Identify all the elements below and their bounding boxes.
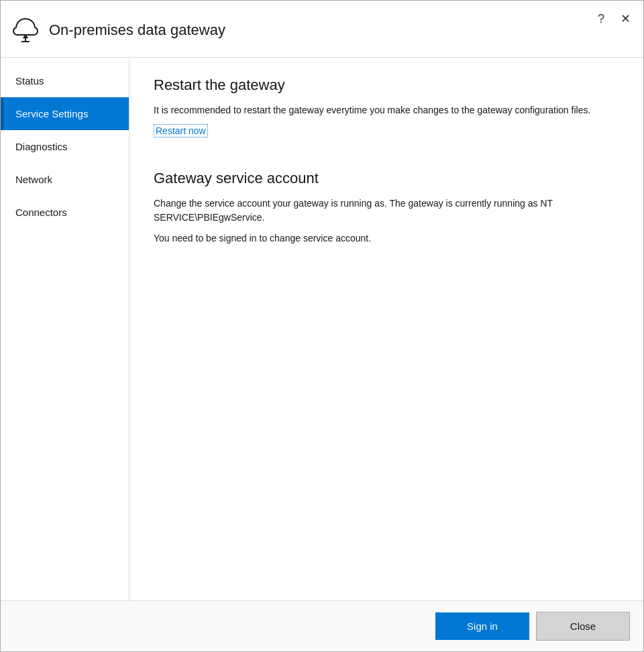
restart-section: Restart the gateway It is recommended to… bbox=[154, 76, 619, 156]
gateway-icon bbox=[11, 16, 40, 44]
sidebar-item-network[interactable]: Network bbox=[1, 163, 129, 196]
restart-title: Restart the gateway bbox=[154, 76, 619, 94]
main-content: Status Service Settings Diagnostics Netw… bbox=[1, 58, 643, 600]
restart-description: It is recommended to restart the gateway… bbox=[154, 103, 619, 117]
close-window-button[interactable]: ✕ bbox=[616, 10, 634, 28]
title-bar: On-premises data gateway ? ✕ bbox=[1, 1, 643, 58]
account-section: Gateway service account Change the servi… bbox=[154, 170, 619, 246]
restart-now-link[interactable]: Restart now bbox=[154, 124, 208, 138]
sidebar: Status Service Settings Diagnostics Netw… bbox=[1, 58, 129, 600]
help-button[interactable]: ? bbox=[592, 10, 610, 28]
app-window: On-premises data gateway ? ✕ Status Serv… bbox=[0, 0, 644, 652]
content-area: Restart the gateway It is recommended to… bbox=[129, 58, 643, 600]
sidebar-item-status[interactable]: Status bbox=[1, 64, 129, 97]
account-description-2: You need to be signed in to change servi… bbox=[154, 231, 619, 246]
window-controls: ? ✕ bbox=[592, 10, 634, 28]
app-title: On-premises data gateway bbox=[49, 21, 225, 39]
signin-button[interactable]: Sign in bbox=[435, 612, 529, 640]
sidebar-item-diagnostics[interactable]: Diagnostics bbox=[1, 130, 129, 163]
sidebar-item-connectors[interactable]: Connectors bbox=[1, 196, 129, 229]
close-button[interactable]: Close bbox=[536, 612, 630, 641]
footer: Sign in Close bbox=[1, 600, 643, 651]
account-title: Gateway service account bbox=[154, 170, 619, 187]
sidebar-item-service-settings[interactable]: Service Settings bbox=[1, 97, 129, 130]
account-description-1: Change the service account your gateway … bbox=[154, 197, 619, 225]
